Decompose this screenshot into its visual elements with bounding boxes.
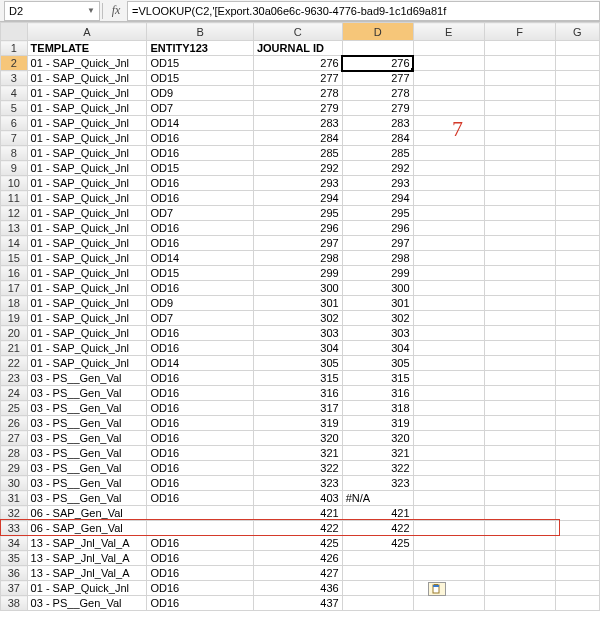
cell-A9[interactable]: 01 - SAP_Quick_Jnl — [27, 161, 147, 176]
cell-D5[interactable]: 279 — [342, 101, 413, 116]
grid[interactable]: A B C D E F G 1 TEMPLATE ENTITY123 JOURN… — [0, 22, 600, 611]
row-header-37[interactable]: 37 — [1, 581, 28, 596]
formula-input[interactable]: =VLOOKUP(C2,'[Export.30a06e6c-9630-4776-… — [127, 1, 600, 21]
cell-C30[interactable]: 323 — [253, 476, 342, 491]
cell-D18[interactable]: 301 — [342, 296, 413, 311]
cell-D8[interactable]: 285 — [342, 146, 413, 161]
cell-A8[interactable]: 01 - SAP_Quick_Jnl — [27, 146, 147, 161]
cell-B8[interactable]: OD16 — [147, 146, 253, 161]
cell-C33[interactable]: 422 — [253, 521, 342, 536]
cell-E3[interactable] — [413, 71, 484, 86]
cell-D28[interactable]: 321 — [342, 446, 413, 461]
cell-F33[interactable] — [484, 521, 555, 536]
cell-E34[interactable] — [413, 536, 484, 551]
cell-E10[interactable] — [413, 176, 484, 191]
cell-B20[interactable]: OD16 — [147, 326, 253, 341]
cell-G31[interactable] — [555, 491, 599, 506]
cell-E12[interactable] — [413, 206, 484, 221]
cell-D3[interactable]: 277 — [342, 71, 413, 86]
cell-C12[interactable]: 295 — [253, 206, 342, 221]
col-header-E[interactable]: E — [413, 23, 484, 41]
cell-B36[interactable]: OD16 — [147, 566, 253, 581]
cell-G21[interactable] — [555, 341, 599, 356]
cell-C17[interactable]: 300 — [253, 281, 342, 296]
cell-G27[interactable] — [555, 431, 599, 446]
cell-G3[interactable] — [555, 71, 599, 86]
cell-C11[interactable]: 294 — [253, 191, 342, 206]
cell-G19[interactable] — [555, 311, 599, 326]
cell-G22[interactable] — [555, 356, 599, 371]
cell-G18[interactable] — [555, 296, 599, 311]
cell-A16[interactable]: 01 - SAP_Quick_Jnl — [27, 266, 147, 281]
row-header-31[interactable]: 31 — [1, 491, 28, 506]
cell-G11[interactable] — [555, 191, 599, 206]
cell-G6[interactable] — [555, 116, 599, 131]
cell-B32[interactable] — [147, 506, 253, 521]
cell-B28[interactable]: OD16 — [147, 446, 253, 461]
cell-G8[interactable] — [555, 146, 599, 161]
cell-F27[interactable] — [484, 431, 555, 446]
row-header-9[interactable]: 9 — [1, 161, 28, 176]
row-header-19[interactable]: 19 — [1, 311, 28, 326]
cell-A20[interactable]: 01 - SAP_Quick_Jnl — [27, 326, 147, 341]
row-header-36[interactable]: 36 — [1, 566, 28, 581]
cell-C13[interactable]: 296 — [253, 221, 342, 236]
cell-A5[interactable]: 01 - SAP_Quick_Jnl — [27, 101, 147, 116]
cell-F17[interactable] — [484, 281, 555, 296]
cell-B18[interactable]: OD9 — [147, 296, 253, 311]
cell-A33[interactable]: 06 - SAP_Gen_Val — [27, 521, 147, 536]
col-header-B[interactable]: B — [147, 23, 253, 41]
col-header-G[interactable]: G — [555, 23, 599, 41]
cell-G12[interactable] — [555, 206, 599, 221]
cell-A13[interactable]: 01 - SAP_Quick_Jnl — [27, 221, 147, 236]
cell-B3[interactable]: OD15 — [147, 71, 253, 86]
cell-B25[interactable]: OD16 — [147, 401, 253, 416]
cell-F32[interactable] — [484, 506, 555, 521]
col-header-F[interactable]: F — [484, 23, 555, 41]
cell-C21[interactable]: 304 — [253, 341, 342, 356]
cell-F4[interactable] — [484, 86, 555, 101]
chevron-down-icon[interactable]: ▼ — [87, 6, 95, 15]
worksheet[interactable]: A B C D E F G 1 TEMPLATE ENTITY123 JOURN… — [0, 22, 600, 611]
cell-F8[interactable] — [484, 146, 555, 161]
cell-A21[interactable]: 01 - SAP_Quick_Jnl — [27, 341, 147, 356]
cell-E9[interactable] — [413, 161, 484, 176]
cell-G13[interactable] — [555, 221, 599, 236]
cell-A25[interactable]: 03 - PS__Gen_Val — [27, 401, 147, 416]
cell-C20[interactable]: 303 — [253, 326, 342, 341]
cell-B29[interactable]: OD16 — [147, 461, 253, 476]
cell-E35[interactable] — [413, 551, 484, 566]
cell-D12[interactable]: 295 — [342, 206, 413, 221]
cell-C26[interactable]: 319 — [253, 416, 342, 431]
cell-C3[interactable]: 277 — [253, 71, 342, 86]
cell-G35[interactable] — [555, 551, 599, 566]
cell-F24[interactable] — [484, 386, 555, 401]
cell-D10[interactable]: 293 — [342, 176, 413, 191]
cell-E21[interactable] — [413, 341, 484, 356]
cell-F34[interactable] — [484, 536, 555, 551]
cell-E27[interactable] — [413, 431, 484, 446]
cell-C25[interactable]: 317 — [253, 401, 342, 416]
cell-B31[interactable]: OD16 — [147, 491, 253, 506]
cell-C36[interactable]: 427 — [253, 566, 342, 581]
cell-G1[interactable] — [555, 41, 599, 56]
cell-C37[interactable]: 436 — [253, 581, 342, 596]
row-header-26[interactable]: 26 — [1, 416, 28, 431]
cell-F35[interactable] — [484, 551, 555, 566]
cell-C6[interactable]: 283 — [253, 116, 342, 131]
cell-B38[interactable]: OD16 — [147, 596, 253, 611]
col-header-D[interactable]: D — [342, 23, 413, 41]
cell-D20[interactable]: 303 — [342, 326, 413, 341]
row-header-16[interactable]: 16 — [1, 266, 28, 281]
cell-B2[interactable]: OD15 — [147, 56, 253, 71]
row-header-22[interactable]: 22 — [1, 356, 28, 371]
cell-A11[interactable]: 01 - SAP_Quick_Jnl — [27, 191, 147, 206]
cell-F11[interactable] — [484, 191, 555, 206]
cell-B1[interactable]: ENTITY123 — [147, 41, 253, 56]
row-header-34[interactable]: 34 — [1, 536, 28, 551]
row-header-32[interactable]: 32 — [1, 506, 28, 521]
cell-F26[interactable] — [484, 416, 555, 431]
cell-G37[interactable] — [555, 581, 599, 596]
cell-E20[interactable] — [413, 326, 484, 341]
select-all-corner[interactable] — [1, 23, 28, 41]
